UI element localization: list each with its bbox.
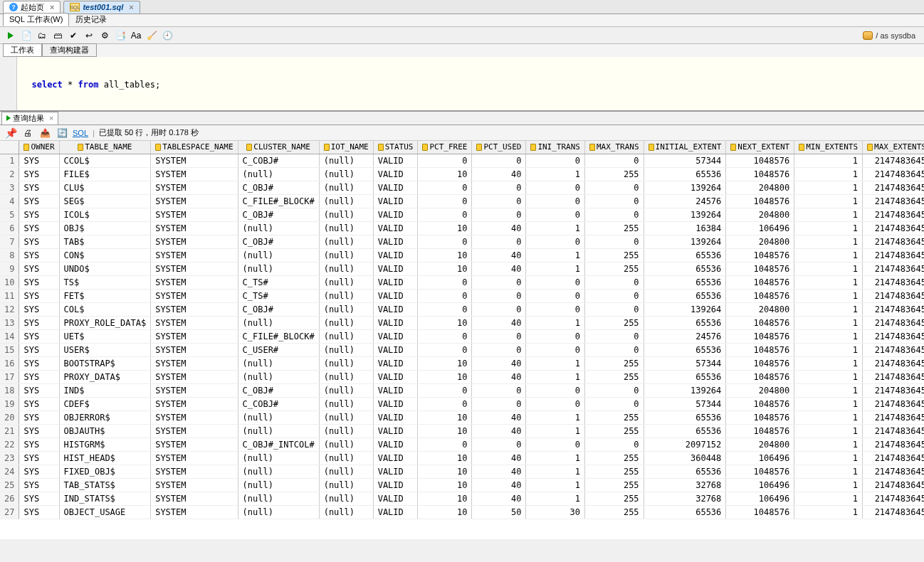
cell-next_extent[interactable]: 1048576 (726, 248, 794, 262)
cell-pct_free[interactable]: 0 (418, 329, 472, 343)
cell-table_name[interactable]: COL$ (59, 302, 151, 316)
cell-table_name[interactable]: OBJAUTH$ (59, 424, 151, 438)
cell-table_name[interactable]: IND_STATS$ (59, 492, 151, 505)
cell-ini_trans[interactable]: 0 (526, 302, 585, 316)
cell-owner[interactable]: SYS (19, 221, 59, 235)
table-row[interactable]: 23SYSHIST_HEAD$SYSTEM(null)(null)VALID10… (0, 451, 924, 465)
cell-pct_free[interactable]: 10 (418, 370, 472, 383)
cell-table_name[interactable]: CLU$ (59, 181, 151, 194)
cell-pct_free[interactable]: 10 (418, 316, 472, 329)
cell-tablespace_name[interactable]: SYSTEM (151, 248, 238, 262)
cell-max_trans[interactable]: 255 (584, 356, 644, 370)
cell-tablespace_name[interactable]: SYSTEM (151, 208, 238, 221)
cell-next_extent[interactable]: 106496 (726, 451, 794, 465)
cell-iot_name[interactable]: (null) (319, 154, 373, 167)
column-header-table_name[interactable]: TABLE_NAME (59, 141, 151, 154)
cell-max_trans[interactable]: 0 (584, 154, 644, 167)
table-row[interactable]: 17SYSPROXY_DATA$SYSTEM(null)(null)VALID1… (0, 370, 924, 383)
cell-initial_extent[interactable]: 65536 (644, 465, 726, 478)
cell-next_extent[interactable]: 1048576 (726, 167, 794, 181)
cell-owner[interactable]: SYS (19, 370, 59, 383)
cell-pct_free[interactable]: 0 (418, 154, 472, 167)
cell-pct_free[interactable]: 0 (418, 208, 472, 221)
cell-max_extents[interactable]: 2147483645 (863, 262, 924, 275)
cell-max_extents[interactable]: 2147483645 (863, 248, 924, 262)
cell-max_trans[interactable]: 0 (584, 302, 644, 316)
cell-iot_name[interactable]: (null) (319, 370, 373, 383)
cell-min_extents[interactable]: 1 (794, 194, 863, 208)
cell-ini_trans[interactable]: 1 (526, 451, 585, 465)
cell-status[interactable]: VALID (373, 248, 418, 262)
cell-owner[interactable]: SYS (19, 492, 59, 505)
clear-button[interactable]: 🧹 (145, 29, 158, 42)
cell-next_extent[interactable]: 1048576 (726, 329, 794, 343)
cell-max_trans[interactable]: 255 (584, 262, 644, 275)
export-button[interactable]: 📤 (38, 127, 51, 139)
sql-tuning-button[interactable]: ⚙ (98, 29, 111, 42)
cell-min_extents[interactable]: 1 (794, 302, 863, 316)
cell-table_name[interactable]: SEG$ (59, 194, 151, 208)
cell-initial_extent[interactable]: 139264 (644, 208, 726, 221)
cell-max_extents[interactable]: 2147483645 (863, 289, 924, 302)
cell-pct_used[interactable]: 0 (472, 329, 526, 343)
table-row[interactable]: 14SYSUET$SYSTEMC_FILE#_BLOCK#(null)VALID… (0, 329, 924, 343)
cell-initial_extent[interactable]: 65536 (644, 424, 726, 438)
cell-pct_free[interactable]: 0 (418, 181, 472, 194)
table-row[interactable]: 9SYSUNDO$SYSTEM(null)(null)VALID10401255… (0, 262, 924, 275)
cell-cluster_name[interactable]: (null) (238, 424, 319, 438)
cell-max_trans[interactable]: 255 (584, 451, 644, 465)
cell-owner[interactable]: SYS (19, 181, 59, 194)
cell-max_extents[interactable]: 2147483645 (863, 465, 924, 478)
cell-max_trans[interactable]: 0 (584, 194, 644, 208)
cell-pct_used[interactable]: 0 (472, 181, 526, 194)
cell-cluster_name[interactable]: (null) (238, 370, 319, 383)
cell-tablespace_name[interactable]: SYSTEM (151, 302, 238, 316)
cell-min_extents[interactable]: 1 (794, 181, 863, 194)
cell-next_extent[interactable]: 1048576 (726, 356, 794, 370)
cell-initial_extent[interactable]: 139264 (644, 302, 726, 316)
cell-iot_name[interactable]: (null) (319, 465, 373, 478)
cell-max_extents[interactable]: 2147483645 (863, 302, 924, 316)
cell-ini_trans[interactable]: 1 (526, 424, 585, 438)
column-header-pct_free[interactable]: PCT_FREE (418, 141, 472, 154)
cell-pct_free[interactable]: 0 (418, 438, 472, 451)
cell-max_trans[interactable]: 0 (584, 289, 644, 302)
cell-min_extents[interactable]: 1 (794, 451, 863, 465)
cell-pct_free[interactable]: 0 (418, 235, 472, 248)
cell-status[interactable]: VALID (373, 329, 418, 343)
cell-pct_free[interactable]: 10 (418, 410, 472, 424)
run-button[interactable] (4, 29, 17, 42)
column-header-ini_trans[interactable]: INI_TRANS (526, 141, 585, 154)
cell-owner[interactable]: SYS (19, 167, 59, 181)
cell-status[interactable]: VALID (373, 492, 418, 505)
cell-owner[interactable]: SYS (19, 208, 59, 221)
cell-min_extents[interactable]: 1 (794, 356, 863, 370)
cell-table_name[interactable]: IND$ (59, 383, 151, 397)
cell-cluster_name[interactable]: (null) (238, 248, 319, 262)
cell-max_extents[interactable]: 2147483645 (863, 397, 924, 410)
cell-max_trans[interactable]: 0 (584, 181, 644, 194)
cell-pct_free[interactable]: 0 (418, 383, 472, 397)
cell-max_extents[interactable]: 2147483645 (863, 275, 924, 289)
cell-ini_trans[interactable]: 1 (526, 465, 585, 478)
history-button[interactable]: 🕘 (161, 29, 174, 42)
cell-min_extents[interactable]: 1 (794, 410, 863, 424)
cell-tablespace_name[interactable]: SYSTEM (151, 343, 238, 356)
cell-status[interactable]: VALID (373, 343, 418, 356)
cell-ini_trans[interactable]: 0 (526, 154, 585, 167)
cell-owner[interactable]: SYS (19, 343, 59, 356)
cell-pct_free[interactable]: 10 (418, 492, 472, 505)
cell-tablespace_name[interactable]: SYSTEM (151, 167, 238, 181)
cell-ini_trans[interactable]: 1 (526, 167, 585, 181)
sql-text-link[interactable]: SQL (73, 129, 88, 137)
cell-tablespace_name[interactable]: SYSTEM (151, 410, 238, 424)
cell-owner[interactable]: SYS (19, 478, 59, 492)
cell-ini_trans[interactable]: 30 (526, 505, 585, 519)
cell-max_extents[interactable]: 2147483645 (863, 438, 924, 451)
cell-initial_extent[interactable]: 32768 (644, 492, 726, 505)
table-row[interactable]: 21SYSOBJAUTH$SYSTEM(null)(null)VALID1040… (0, 424, 924, 438)
table-row[interactable]: 27SYSOBJECT_USAGESYSTEM(null)(null)VALID… (0, 505, 924, 519)
cell-owner[interactable]: SYS (19, 451, 59, 465)
cell-initial_extent[interactable]: 65536 (644, 248, 726, 262)
cell-cluster_name[interactable]: C_COBJ# (238, 154, 319, 167)
